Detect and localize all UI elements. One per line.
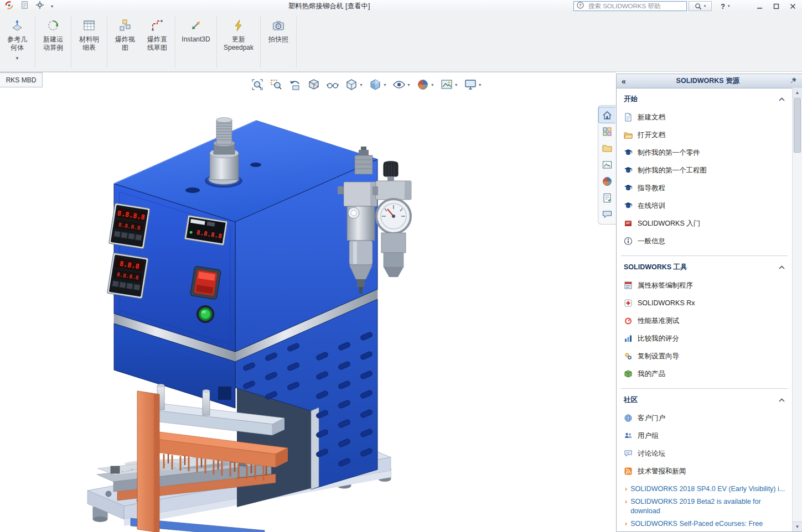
news-link[interactable]: › SOLIDWORKS Self-Paced eCourses: Free bbox=[625, 519, 788, 529]
air-regulator-gauge-unit[interactable] bbox=[372, 161, 411, 277]
help-menu[interactable]: ? ▾ bbox=[721, 0, 729, 12]
reference-geometry-dropdown-caret[interactable]: ▼ bbox=[15, 54, 19, 62]
model-3d-view[interactable]: 8.8.8.8 8.8.8.8 8.8.8 8.8.8.8 bbox=[0, 72, 616, 532]
view-settings-caret[interactable]: ▼ bbox=[478, 83, 482, 87]
ribbon-button-reference-geometry[interactable]: 参考几 何体 ▼ bbox=[1, 13, 33, 71]
help-search-box[interactable]: ? bbox=[573, 1, 687, 11]
panel-title: SOLIDWORKS 资源 bbox=[626, 76, 790, 86]
ribbon-button-exploded-view[interactable]: 爆炸视 图 bbox=[109, 13, 141, 71]
section-header-start[interactable]: 开始 bbox=[617, 88, 792, 108]
resource-item-my-products[interactable]: 我的产品 bbox=[617, 365, 792, 383]
maximize-button[interactable] bbox=[768, 0, 784, 12]
taskpane-tab-design-library[interactable] bbox=[598, 123, 615, 140]
ribbon-button-instant3d[interactable]: Instant3D bbox=[177, 13, 215, 71]
chevron-up-icon[interactable] bbox=[779, 398, 785, 402]
view-orientation-caret[interactable]: ▼ bbox=[359, 83, 363, 87]
machine-frame-bracket[interactable] bbox=[137, 391, 159, 532]
taskpane-tab-solidworks-resources[interactable] bbox=[598, 107, 615, 123]
resource-item-getting-started[interactable]: SOLIDWORKS 入门 bbox=[617, 215, 792, 232]
menu-dropdown-caret[interactable]: ▾ bbox=[51, 4, 53, 9]
graphics-viewport[interactable]: 8.8.8.8 8.8.8.8 8.8.8 8.8.8.8 bbox=[0, 72, 616, 532]
resource-item-discussion-forum[interactable]: 讨论论坛 bbox=[617, 445, 792, 462]
resource-item-new-document[interactable]: 新建文档 bbox=[617, 108, 792, 126]
resource-item-solidworks-rx[interactable]: SOLIDWORKS Rx bbox=[617, 294, 792, 312]
resource-item-performance-benchmark[interactable]: 性能基准测试 bbox=[617, 312, 792, 330]
info-icon bbox=[624, 237, 633, 246]
resource-item-first-part[interactable]: 制作我的第一个零件 bbox=[617, 144, 792, 161]
resource-item-label: 复制设置向导 bbox=[638, 352, 679, 361]
taskpane-tab-file-explorer[interactable] bbox=[598, 140, 615, 157]
ribbon-button-take-snapshot[interactable]: 拍快照 bbox=[262, 13, 294, 71]
taskpane-tab-appearances[interactable] bbox=[598, 173, 615, 190]
annotation-visibility-button[interactable] bbox=[325, 77, 340, 92]
digital-counter-top[interactable]: 8.8.8.8 8.8.8.8 bbox=[108, 203, 150, 249]
resource-item-tech-alerts[interactable]: 技术警报和新闻 bbox=[617, 462, 792, 480]
resource-item-first-drawing[interactable]: 制作我的第一个工程图 bbox=[617, 161, 792, 179]
ribbon-button-bill-of-materials[interactable]: 材料明 细表 bbox=[73, 13, 105, 71]
zoom-to-fit-button[interactable] bbox=[250, 77, 265, 92]
machine-air-cylinder[interactable] bbox=[209, 118, 239, 185]
hide-show-items-button[interactable]: ▼ bbox=[392, 77, 411, 92]
news-link[interactable]: › SOLIDWORKS 2018 SP4.0 EV (Early Visibi… bbox=[625, 484, 788, 494]
edit-appearance-button[interactable]: ▼ bbox=[416, 77, 435, 92]
copy-settings-wizard-icon bbox=[624, 352, 633, 361]
scroll-thumb[interactable] bbox=[794, 98, 801, 153]
tab-solidworks-mbd[interactable]: RKS MBD bbox=[0, 72, 43, 87]
window-title: 塑料热熔接铆合机 [查看中] bbox=[166, 0, 492, 12]
new-motion-study-icon bbox=[46, 19, 60, 32]
digital-counter-bottom[interactable]: 8.8.8 8.8.8.8 bbox=[107, 253, 148, 299]
display-style-caret[interactable]: ▼ bbox=[383, 83, 387, 87]
resource-item-compare-scores[interactable]: 比较我的评分 bbox=[617, 330, 792, 347]
scroll-up-button[interactable]: ▲ bbox=[793, 88, 802, 98]
resource-item-property-tab-builder[interactable]: 属性标签编制程序 bbox=[617, 277, 792, 294]
taskpane-tab-forum[interactable] bbox=[598, 206, 615, 223]
apply-scene-caret[interactable]: ▼ bbox=[454, 83, 458, 87]
scroll-down-button[interactable]: ▼ bbox=[793, 521, 802, 531]
resource-item-online-training[interactable]: 在线培训 bbox=[617, 197, 792, 215]
taskpane-tab-view-palette[interactable] bbox=[598, 157, 615, 173]
options-gear-icon[interactable] bbox=[35, 1, 44, 12]
display-style-button[interactable]: ▼ bbox=[368, 77, 387, 92]
resource-item-open-document[interactable]: 打开文档 bbox=[617, 126, 792, 144]
collapse-panel-button[interactable]: « bbox=[622, 77, 626, 86]
green-start-button[interactable] bbox=[197, 306, 214, 323]
search-button[interactable]: ▾ bbox=[689, 1, 712, 11]
search-scope-caret[interactable]: ▾ bbox=[704, 4, 706, 8]
ribbon-button-explode-line-sketch[interactable]: 爆炸直 线草图 bbox=[141, 13, 173, 71]
close-button[interactable] bbox=[784, 0, 801, 12]
section-header-tools[interactable]: SOLIDWORKS 工具 bbox=[617, 256, 792, 277]
resource-item-tutorials[interactable]: 指导教程 bbox=[617, 179, 792, 197]
ribbon-button-update-speedpak[interactable]: 更新 Speedpak bbox=[219, 13, 258, 71]
zoom-to-area-button[interactable] bbox=[269, 77, 283, 92]
previous-view-button[interactable] bbox=[288, 77, 302, 92]
panel-scrollbar[interactable]: ▲ ▼ bbox=[792, 88, 802, 531]
resource-item-customer-portal[interactable]: 客户门户 bbox=[617, 409, 792, 427]
resource-item-user-groups[interactable]: 用户组 bbox=[617, 427, 792, 445]
resource-item-general-info[interactable]: 一般信息 bbox=[617, 232, 792, 250]
view-settings-button[interactable]: ▼ bbox=[463, 77, 483, 92]
hide-show-items-caret[interactable]: ▼ bbox=[407, 83, 411, 87]
section-header-community[interactable]: 社区 bbox=[617, 389, 792, 409]
solidworks-rx-icon bbox=[624, 299, 633, 307]
view-orientation-button[interactable]: ▼ bbox=[344, 77, 364, 92]
edit-appearance-caret[interactable]: ▼ bbox=[431, 83, 434, 87]
red-stop-button[interactable] bbox=[190, 266, 221, 300]
taskpane-tab-custom-properties[interactable] bbox=[598, 190, 615, 206]
news-bullet-icon: › bbox=[625, 497, 627, 516]
news-link[interactable]: › SOLIDWORKS 2019 Beta2 is available for… bbox=[625, 497, 788, 516]
help-dropdown-caret[interactable]: ▾ bbox=[728, 4, 730, 8]
chevron-up-icon[interactable] bbox=[779, 265, 785, 269]
ribbon-button-new-motion-study[interactable]: 新建运 动算例 bbox=[37, 13, 69, 71]
minimize-button[interactable] bbox=[751, 0, 768, 12]
file-properties-icon[interactable] bbox=[20, 1, 29, 12]
solidworks-logo-icon[interactable] bbox=[4, 1, 14, 12]
search-input[interactable] bbox=[587, 2, 684, 10]
resource-item-label: 制作我的第一个零件 bbox=[638, 148, 700, 158]
resource-item-label: 用户组 bbox=[638, 431, 659, 441]
chevron-up-icon[interactable] bbox=[779, 97, 785, 101]
apply-scene-button[interactable]: ▼ bbox=[439, 77, 459, 92]
section-view-button[interactable] bbox=[307, 77, 321, 92]
resource-item-copy-settings-wizard[interactable]: 复制设置向导 bbox=[617, 347, 792, 365]
tutorial-cap-icon bbox=[624, 148, 633, 157]
pin-icon[interactable] bbox=[790, 76, 797, 86]
